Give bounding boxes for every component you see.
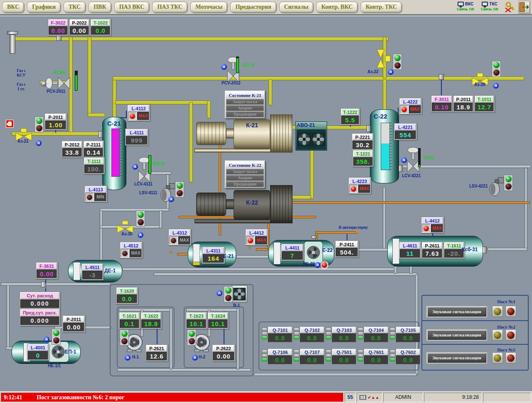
gas-detector-Q-7501[interactable]: Q-75010.0 bbox=[332, 349, 356, 364]
valve-label-Аз-35: Аз-35 bbox=[121, 232, 133, 236]
gas-detector-Q-7107[interactable]: Q-71070.0 bbox=[300, 349, 324, 364]
instrument-L-4001[interactable]: L-40010 bbox=[27, 344, 49, 361]
total-day[interactable]: Сут. расход0.000 bbox=[20, 292, 60, 309]
sound-alarm-button-2[interactable]: Звуковая сигнализация bbox=[427, 330, 486, 340]
gas-detector-Q-7601[interactable]: Q-76010.0 bbox=[364, 349, 388, 364]
alarm-L-4412[interactable]: L-4412MAX bbox=[421, 217, 444, 233]
gas-detector-Q-7104[interactable]: Q-71040.0 bbox=[364, 327, 388, 342]
toolbar-button-7[interactable]: Моточасы bbox=[190, 2, 227, 13]
instrument-T-1111[interactable]: T-1111100. bbox=[84, 157, 105, 174]
instrument-P-2011[interactable]: P-20111.00 bbox=[44, 113, 67, 130]
compressor-K-22-motor[interactable] bbox=[196, 193, 226, 216]
alarm-L-4222[interactable]: L-4222MAX bbox=[399, 98, 422, 114]
instrument-value: -3 bbox=[82, 271, 103, 279]
nozzle-flange bbox=[483, 247, 487, 253]
alarm-row: MAX bbox=[422, 224, 443, 232]
instrument-P-2011[interactable]: P-201118.9 bbox=[453, 95, 474, 112]
alarm-L-4223[interactable]: L-4223MAX bbox=[348, 177, 371, 194]
instrument-L-4611[interactable]: L-461111 bbox=[399, 242, 421, 259]
instrument-P-2611[interactable]: P-26117.63 bbox=[421, 242, 443, 259]
instrument-T-1011[interactable]: T-101112.7 bbox=[474, 95, 495, 112]
instrument-T-1620[interactable]: T-16200.0 bbox=[116, 287, 138, 304]
level-strip-DE-1 bbox=[73, 262, 80, 280]
toolbar-right: ВКССвязь ОКТКССвязь ОК bbox=[453, 1, 530, 13]
alarm-L-4412[interactable]: L-4412MAX bbox=[245, 229, 268, 245]
alarm-banner[interactable]: 9:12:41 Пост загазованности №6: 2 порог bbox=[1, 393, 344, 402]
alarm-row: MAX bbox=[169, 236, 190, 245]
key-lock-icon[interactable] bbox=[504, 1, 516, 13]
equipment-label-k22: К-22 bbox=[246, 199, 258, 206]
gas-detector-Q-7105[interactable]: Q-71050.0 bbox=[396, 327, 420, 342]
toolbar-button-8[interactable]: Предыстория bbox=[230, 2, 276, 13]
instrument-F-3631[interactable]: F-36310.00 bbox=[36, 262, 58, 279]
lamp bbox=[494, 308, 501, 315]
instrument-F-3022[interactable]: F-30220.00 bbox=[48, 19, 69, 36]
instrument-T-1621[interactable]: T-16210.1 bbox=[119, 312, 140, 329]
truck-line-arrow-icon bbox=[356, 229, 360, 233]
fan-V-1[interactable] bbox=[232, 285, 247, 303]
red-lamp-icon bbox=[189, 338, 195, 344]
lamp bbox=[507, 354, 515, 362]
instrument-P-2622[interactable]: P-26220.00 bbox=[212, 344, 235, 361]
total-prev[interactable]: Пред.сут. расх.0.000 bbox=[20, 309, 60, 326]
compressor-K-21-motor[interactable] bbox=[196, 122, 226, 145]
toolbar-button-4[interactable]: ПВК bbox=[89, 2, 111, 13]
gas-detector-Q-7101[interactable]: Q-71010.0 bbox=[268, 327, 292, 342]
alarm-tag: L-4113 bbox=[85, 186, 106, 193]
pump-NE-22[interactable] bbox=[304, 241, 323, 264]
instrument-L-4511[interactable]: L-4511-3 bbox=[81, 263, 103, 280]
impeller-icon bbox=[305, 245, 321, 260]
instrument-L-4111[interactable]: L-4111999 bbox=[125, 129, 148, 146]
instrument-T-1624[interactable]: T-162410.1 bbox=[207, 312, 229, 329]
gas-detector-Q-7602[interactable]: Q-76020.0 bbox=[396, 349, 420, 364]
toolbar-button-10[interactable]: Контр. ВКС bbox=[316, 2, 358, 13]
state-box-k22[interactable]: Состояние К-22Запрет пускаАварияПредавар… bbox=[225, 161, 265, 188]
instrument-L-4311[interactable]: L-4311164 bbox=[202, 247, 225, 264]
toolbar-button-9[interactable]: Сигналы bbox=[279, 2, 314, 13]
instrument-P-2111[interactable]: P-21110.14 bbox=[83, 141, 104, 158]
segment bbox=[358, 327, 363, 331]
instrument-T-1221[interactable]: T-1221358. bbox=[352, 150, 374, 167]
equipment-label-e22: Е-22 bbox=[322, 247, 332, 253]
gas-detector-Q-7106[interactable]: Q-71060.0 bbox=[268, 349, 292, 364]
toolbar-button-3[interactable]: ТКС bbox=[64, 2, 86, 13]
valve-position-bar bbox=[418, 148, 421, 167]
instrument-L-4221[interactable]: L-4221554 bbox=[394, 123, 417, 140]
lamp-pair bbox=[504, 175, 513, 191]
exit-door-icon[interactable] bbox=[518, 1, 530, 13]
instrument-T-1622[interactable]: T-162218.9 bbox=[140, 312, 162, 329]
state-box-k21[interactable]: Состояние К-21Запрет пускаАварияПредавар… bbox=[225, 91, 265, 119]
instrument-T-1623[interactable]: T-162310.1 bbox=[186, 312, 207, 329]
toolbar-button-1[interactable]: ВКС bbox=[2, 2, 24, 13]
valve-Аз-22[interactable] bbox=[377, 49, 391, 70]
segment bbox=[262, 354, 267, 357]
impeller-icon bbox=[50, 344, 66, 360]
toolbar-button-11[interactable]: Контр. ТКС bbox=[361, 2, 402, 13]
equipment-label-c21: С-21 bbox=[107, 120, 121, 127]
green-lamp-icon bbox=[189, 331, 195, 337]
instrument-T-1222[interactable]: T-12225.5 bbox=[340, 108, 360, 125]
instrument-L-4411[interactable]: L-44117 bbox=[281, 244, 304, 261]
instrument-P-2621[interactable]: P-262112.6 bbox=[145, 344, 168, 361]
alarm-L-4512[interactable]: L-4512MAX bbox=[120, 242, 143, 258]
instrument-P-2411[interactable]: P-2411504. bbox=[335, 240, 359, 257]
toolbar-button-6[interactable]: ПАЗ ТКС bbox=[152, 2, 187, 13]
gas-detector-Q-7103[interactable]: Q-71030.0 bbox=[332, 327, 356, 342]
instrument-F-3011[interactable]: F-30110.10 bbox=[431, 95, 453, 112]
instrument-P-2221[interactable]: P-222130.2 bbox=[352, 133, 374, 150]
pipe-segment bbox=[186, 309, 239, 312]
alarm-L-4312[interactable]: L-4312MAX bbox=[168, 229, 191, 245]
alarm-icons-cell[interactable]: ✔▲▲ ✔▲ bbox=[357, 393, 382, 402]
sound-alarm-button-1[interactable]: Звуковая сигнализация bbox=[427, 307, 486, 316]
alarm-L-4112[interactable]: L-4112MAX bbox=[127, 104, 150, 121]
sound-alarm-button-3[interactable]: Звуковая сигнализация bbox=[427, 353, 486, 363]
instrument-P-2011[interactable]: P-20110.00 bbox=[62, 315, 85, 332]
toolbar-button-2[interactable]: Графики bbox=[27, 2, 61, 13]
instrument-P-2022[interactable]: P-20220.00 bbox=[69, 19, 90, 36]
shutoff-valve-LSV-4221[interactable] bbox=[489, 177, 505, 198]
gas-detector-Q-7102[interactable]: Q-71020.0 bbox=[300, 327, 324, 342]
alarm-L-4113[interactable]: L-4113MIN bbox=[84, 185, 107, 202]
toolbar-button-5[interactable]: ПАЗ ВКС bbox=[114, 2, 150, 13]
instrument-P-2012[interactable]: P-201233.8 bbox=[62, 141, 83, 158]
instrument-T-1022[interactable]: T-10220.0 bbox=[90, 19, 111, 36]
